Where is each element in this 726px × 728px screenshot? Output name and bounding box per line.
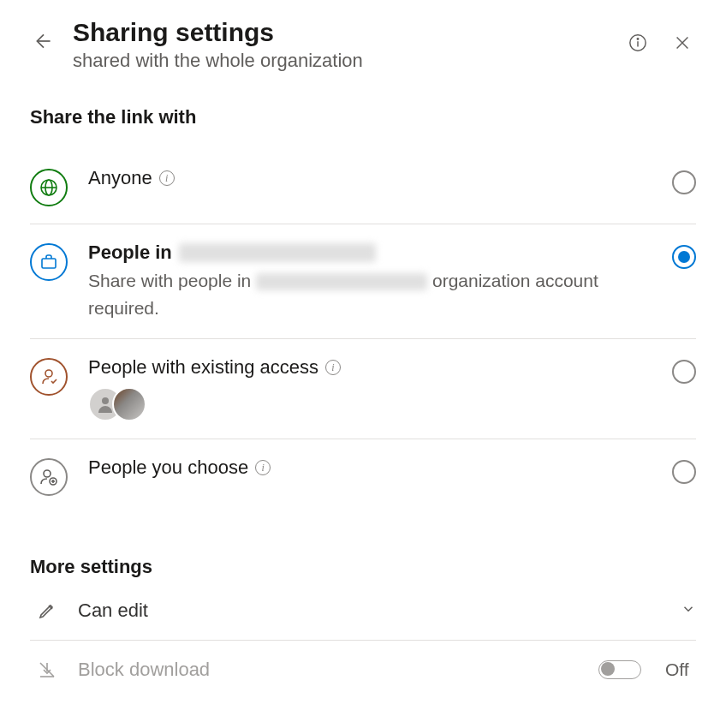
- toggle-state-label: Off: [665, 659, 696, 680]
- info-icon[interactable]: i: [325, 360, 341, 375]
- option-desc: Share with people in organization accoun…: [88, 267, 652, 321]
- close-icon: [673, 33, 692, 52]
- info-button[interactable]: [624, 29, 652, 57]
- option-desc-prefix: Share with people in: [88, 271, 251, 290]
- toggle-knob: [601, 662, 615, 676]
- share-option-existing-access[interactable]: People with existing access i: [30, 339, 696, 439]
- dialog-header: Sharing settings shared with the whole o…: [30, 17, 696, 72]
- more-settings-heading: More settings: [30, 556, 696, 578]
- share-option-people-in-org[interactable]: People in Share with people in organizat…: [30, 224, 696, 339]
- globe-icon: [39, 177, 59, 198]
- info-icon[interactable]: i: [159, 170, 175, 186]
- svg-point-11: [44, 470, 51, 477]
- chevron-down-icon: [681, 601, 696, 620]
- person-check-icon: [39, 367, 59, 387]
- option-title: People with existing access i: [88, 356, 652, 379]
- close-button[interactable]: [669, 29, 696, 57]
- block-download-toggle: [598, 660, 641, 679]
- redacted-org-name: [179, 243, 376, 262]
- download-blocked-icon: [37, 659, 57, 680]
- svg-point-10: [102, 397, 109, 404]
- info-icon[interactable]: i: [255, 460, 271, 475]
- option-title-text: Anyone: [88, 167, 152, 189]
- radio-anyone[interactable]: [672, 170, 696, 194]
- share-link-heading: Share the link with: [30, 106, 696, 128]
- briefcase-icon: [39, 252, 59, 272]
- option-title-text: People with existing access: [88, 356, 318, 379]
- avatar: [112, 387, 146, 421]
- radio-people-you-choose[interactable]: [672, 460, 696, 484]
- svg-point-9: [45, 370, 52, 377]
- info-icon: [628, 33, 647, 52]
- permission-label: Can edit: [78, 600, 662, 622]
- share-option-anyone[interactable]: Anyone i: [30, 150, 696, 224]
- option-title: People in: [88, 242, 652, 264]
- avatar-stack[interactable]: [88, 387, 652, 421]
- block-download-toggle-row: Block download Off: [30, 641, 696, 699]
- person-plus-icon: [39, 467, 59, 487]
- option-title-text: People you choose: [88, 456, 248, 479]
- dialog-title: Sharing settings: [73, 17, 609, 48]
- option-title-prefix: People in: [88, 242, 172, 264]
- arrow-left-icon: [33, 30, 55, 52]
- share-option-people-you-choose[interactable]: People you choose i: [30, 439, 696, 513]
- block-download-label: Block download: [78, 659, 580, 681]
- back-button[interactable]: [30, 27, 57, 55]
- permission-dropdown[interactable]: Can edit: [30, 582, 696, 641]
- svg-rect-8: [42, 259, 56, 268]
- redacted-org-name: [256, 273, 427, 290]
- dialog-subtitle: shared with the whole organization: [73, 50, 609, 72]
- svg-point-2: [637, 39, 638, 39]
- option-title: People you choose i: [88, 456, 652, 479]
- radio-people-in-org[interactable]: [672, 245, 696, 269]
- option-title: Anyone i: [88, 167, 652, 189]
- pencil-icon: [37, 600, 57, 621]
- radio-existing-access[interactable]: [672, 360, 696, 384]
